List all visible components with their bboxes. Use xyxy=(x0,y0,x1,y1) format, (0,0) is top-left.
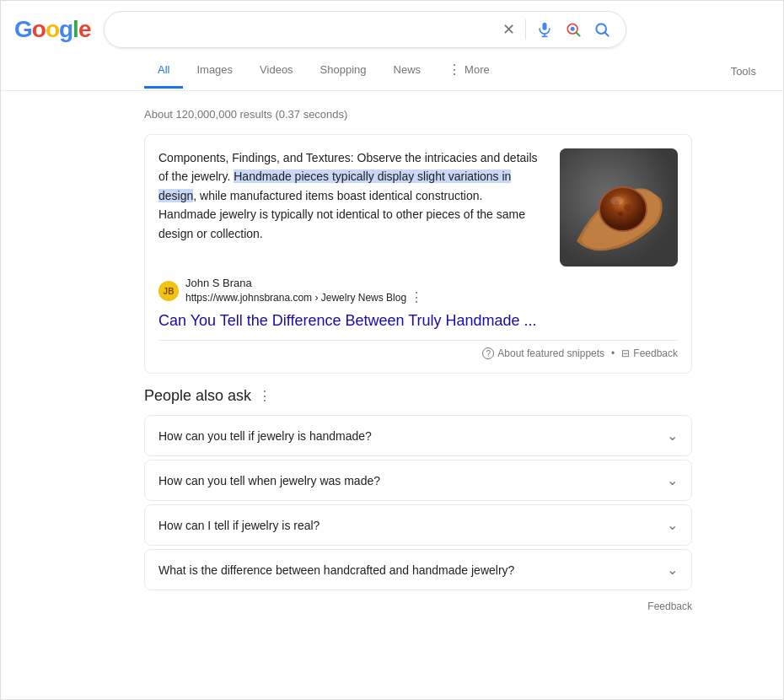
source-url: https://www.johnsbrana.com › Jewelry New… xyxy=(185,289,678,305)
tab-images-label: Images xyxy=(196,63,233,76)
divider xyxy=(525,19,526,40)
paa-question-0: How can you tell if jewelry is handmade? xyxy=(158,429,372,443)
source-name: John S Brana xyxy=(185,277,678,289)
feedback-icon: ⊟ xyxy=(621,347,630,359)
lens-icon xyxy=(565,21,582,38)
chevron-down-icon-2: ⌄ xyxy=(667,517,678,533)
search-button[interactable] xyxy=(592,19,612,40)
about-snippets-label: About featured snippets xyxy=(497,347,604,359)
chevron-down-icon-1: ⌄ xyxy=(667,472,678,488)
chevron-down-icon-3: ⌄ xyxy=(667,562,678,578)
snippet-image xyxy=(560,148,678,267)
source-info: John S Brana https://www.johnsbrana.com … xyxy=(185,277,678,305)
feedback-item[interactable]: ⊟ Feedback xyxy=(621,347,678,359)
tab-images[interactable]: Images xyxy=(183,53,246,89)
about-snippets-item[interactable]: ? About featured snippets xyxy=(482,347,604,359)
svg-point-4 xyxy=(571,27,575,31)
tab-more-label: More xyxy=(464,63,490,76)
featured-snippet: Components, Findings, and Textures: Obse… xyxy=(144,134,692,374)
result-title-link[interactable]: Can You Tell the Difference Between Trul… xyxy=(158,312,678,330)
tab-videos-label: Videos xyxy=(260,63,293,76)
paa-question-1: How can you tell when jewelry was made? xyxy=(158,474,380,487)
chevron-down-icon-0: ⌄ xyxy=(667,428,678,444)
bottom-feedback-label: Feedback xyxy=(647,600,692,612)
paa-question-3: What is the difference between handcraft… xyxy=(158,563,514,577)
source-row: JB John S Brana https://www.johnsbrana.c… xyxy=(158,277,678,305)
tab-all[interactable]: All xyxy=(144,53,183,89)
feedback-label: Feedback xyxy=(633,347,678,359)
tab-videos[interactable]: Videos xyxy=(246,53,307,89)
svg-line-7 xyxy=(605,33,609,36)
paa-item-1[interactable]: How can you tell when jewelry was made? … xyxy=(144,460,692,501)
paa-item-2[interactable]: How can I tell if jewelry is real? ⌄ xyxy=(144,504,692,546)
question-circle-icon: ? xyxy=(482,347,494,359)
lens-button[interactable] xyxy=(563,19,583,40)
jewelry-image-svg xyxy=(560,148,678,267)
search-icon xyxy=(593,21,610,38)
snippet-content: Components, Findings, and Textures: Obse… xyxy=(158,148,678,267)
svg-point-16 xyxy=(610,197,624,205)
svg-rect-0 xyxy=(543,23,547,30)
paa-three-dot-icon[interactable]: ⋮ xyxy=(258,388,271,404)
clear-button[interactable]: ✕ xyxy=(501,19,517,40)
source-url-text[interactable]: https://www.johnsbrana.com › Jewelry New… xyxy=(185,292,406,304)
header: Google how to see if jewelry is handmade… xyxy=(1,1,783,48)
bottom-feedback[interactable]: Feedback xyxy=(144,594,692,619)
google-logo: Google xyxy=(14,16,90,43)
mic-icon xyxy=(536,21,553,38)
snippet-footer: ? About featured snippets • ⊟ Feedback xyxy=(158,340,678,359)
results-count: About 120,000,000 results (0.37 seconds) xyxy=(144,98,726,134)
tools-label: Tools xyxy=(731,65,756,78)
tab-news[interactable]: News xyxy=(380,53,435,89)
tools-tab[interactable]: Tools xyxy=(724,55,763,88)
paa-item-3[interactable]: What is the difference between handcraft… xyxy=(144,549,692,590)
mic-button[interactable] xyxy=(534,19,555,40)
main-content: About 120,000,000 results (0.37 seconds)… xyxy=(1,91,726,619)
tab-all-label: All xyxy=(158,63,169,76)
svg-line-5 xyxy=(577,33,580,36)
search-input[interactable]: how to see if jewelry is handmade xyxy=(118,22,494,37)
paa-title: People also ask xyxy=(144,387,251,405)
people-also-ask-section: People also ask ⋮ How can you tell if je… xyxy=(144,387,692,590)
three-dots-icon: ⋮ xyxy=(448,62,461,78)
tab-more[interactable]: ⋮ More xyxy=(434,51,503,90)
svg-point-15 xyxy=(613,211,617,215)
svg-point-13 xyxy=(618,212,623,217)
snippet-text: Components, Findings, and Textures: Obse… xyxy=(158,148,543,243)
search-icons: ✕ xyxy=(501,19,612,40)
source-three-dot-icon[interactable]: ⋮ xyxy=(410,289,423,305)
nav-tabs: All Images Videos Shopping News ⋮ More T… xyxy=(1,51,783,91)
paa-header: People also ask ⋮ xyxy=(144,387,692,405)
svg-point-14 xyxy=(628,200,631,203)
svg-point-12 xyxy=(624,204,631,211)
result-title-text: Can You Tell the Difference Between Trul… xyxy=(158,312,537,329)
tab-shopping-label: Shopping xyxy=(320,63,367,76)
paa-item-0[interactable]: How can you tell if jewelry is handmade?… xyxy=(144,415,692,456)
source-favicon: JB xyxy=(158,281,179,301)
paa-question-2: How can I tell if jewelry is real? xyxy=(158,519,320,532)
bullet-separator: • xyxy=(611,347,615,359)
tab-shopping[interactable]: Shopping xyxy=(307,53,380,89)
search-bar: how to see if jewelry is handmade ✕ xyxy=(104,11,626,48)
tab-news-label: News xyxy=(394,63,422,76)
snippet-text-after: , while manufactured items boast identic… xyxy=(158,189,525,240)
